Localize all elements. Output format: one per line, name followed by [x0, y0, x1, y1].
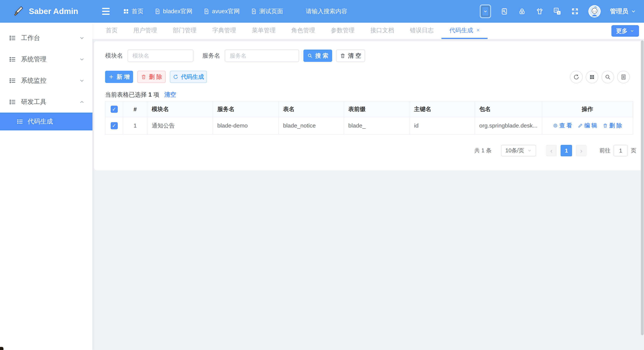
- row-checkbox[interactable]: ✓: [111, 122, 118, 129]
- grid-icon[interactable]: [586, 71, 598, 83]
- topnav-label: avuex官网: [212, 7, 240, 15]
- tab-api-docs[interactable]: 接口文档: [362, 23, 402, 39]
- content-card: 模块名 服务名 搜 索 清 空: [94, 41, 643, 170]
- document-icon: [251, 9, 256, 14]
- topnav-item-home[interactable]: 首页: [123, 7, 144, 15]
- tab-param-management[interactable]: 参数管理: [323, 23, 362, 39]
- search-button[interactable]: 搜 索: [304, 50, 332, 62]
- topnav-item-test[interactable]: 测试页面: [251, 7, 283, 15]
- filter-form: 模块名 服务名 搜 索 清 空: [105, 50, 365, 62]
- table-row[interactable]: ✓ 1 通知公告 blade-demo blade_notice blade_ …: [105, 117, 633, 134]
- page-size-select[interactable]: 10条/页: [501, 145, 536, 156]
- code-generate-button[interactable]: 代码生成: [170, 71, 207, 83]
- column-header-pk: 主键名: [410, 101, 475, 117]
- add-button[interactable]: 新 增: [105, 71, 133, 83]
- sidebar-item-label: 研发工具: [21, 98, 79, 106]
- tab-user-management[interactable]: 用户管理: [126, 23, 165, 39]
- lock-icon[interactable]: [518, 7, 526, 16]
- delete-button[interactable]: 删 除: [137, 71, 166, 83]
- edit-link[interactable]: 编 辑: [578, 122, 597, 129]
- debug-tool-icon[interactable]: [500, 7, 508, 16]
- chevron-down-icon: [79, 78, 85, 84]
- prev-page-button[interactable]: ‹: [546, 145, 557, 156]
- view-link[interactable]: 查 看: [553, 122, 572, 129]
- column-header-index: #: [123, 101, 147, 117]
- fullscreen-icon[interactable]: [571, 7, 579, 16]
- tab-dict-management[interactable]: 字典管理: [204, 23, 244, 39]
- module-name-input[interactable]: [128, 50, 194, 62]
- chevron-down-icon: [630, 9, 636, 14]
- scrollbar[interactable]: [641, 40, 644, 335]
- app-logo[interactable]: Saber Admin: [0, 0, 92, 23]
- chevron-down-icon: [79, 57, 85, 62]
- service-name-input[interactable]: [225, 50, 299, 62]
- close-icon[interactable]: ×: [476, 27, 480, 33]
- trash-icon: [603, 123, 608, 128]
- global-search-input[interactable]: 请输入搜索内容: [306, 7, 347, 15]
- topnav-label: 首页: [132, 7, 144, 15]
- tab-dept-management[interactable]: 部门管理: [165, 23, 204, 39]
- cell-package: org.springblade.desk...: [475, 117, 542, 134]
- app-header: Saber Admin 首页 bladex官网: [0, 0, 644, 23]
- list-icon: [17, 118, 24, 125]
- sword-logo-icon: [14, 6, 25, 17]
- chevron-down-icon: [527, 148, 532, 153]
- theme-shirt-icon[interactable]: [536, 7, 544, 16]
- document-icon: [154, 9, 160, 14]
- data-table: ✓ # 模块名 服务名 表名 表前缀 主键名 包名 操作 ✓ 1 通知公告 bl…: [105, 101, 633, 134]
- next-page-button[interactable]: ›: [576, 145, 587, 156]
- document-icon[interactable]: [617, 71, 630, 83]
- user-menu[interactable]: 管理员: [610, 7, 636, 16]
- trash-icon: [141, 74, 146, 80]
- sidebar-item-workbench[interactable]: 工作台: [0, 27, 92, 49]
- topnav-item-bladex[interactable]: bladex官网: [154, 7, 192, 15]
- chevron-right-icon: ›: [580, 147, 582, 154]
- table-toolbar: 新 增 删 除 代码生成: [105, 71, 207, 83]
- translate-icon[interactable]: 中 A: [553, 7, 562, 16]
- current-page-button[interactable]: 1: [560, 145, 572, 156]
- more-tabs-button[interactable]: 更多: [612, 25, 639, 37]
- select-all-checkbox[interactable]: ✓: [111, 106, 118, 113]
- sidebar-subitem-label: 代码生成: [28, 117, 53, 126]
- cell-index: 1: [123, 117, 147, 134]
- sidebar-item-code-generation[interactable]: 代码生成: [0, 113, 92, 130]
- chevron-down-icon: [79, 35, 85, 41]
- selection-info: 当前表格已选择 1 项 清空: [105, 91, 176, 99]
- list-icon: [9, 77, 16, 84]
- menu-collapse-icon[interactable]: [102, 8, 110, 15]
- cell-service: blade-demo: [213, 117, 279, 134]
- search-icon[interactable]: [602, 71, 614, 83]
- column-header-package: 包名: [475, 101, 542, 117]
- delete-link[interactable]: 删 除: [603, 122, 622, 129]
- column-header-module: 模块名: [147, 101, 213, 117]
- tab-code-generation[interactable]: 代码生成 ×: [442, 23, 488, 39]
- total-count-label: 共 1 条: [474, 147, 492, 154]
- username-label: 管理员: [610, 7, 628, 16]
- plus-icon: [108, 74, 114, 80]
- module-name-label: 模块名: [105, 52, 123, 60]
- refresh-icon: [173, 74, 178, 80]
- tab-menu-management[interactable]: 菜单管理: [244, 23, 284, 39]
- dropdown-box-icon[interactable]: [480, 5, 491, 18]
- grid-icon: [123, 9, 129, 14]
- tabbar: 首页 用户管理 部门管理 字典管理 菜单管理 角色管理 参数管理 接口文档 错误…: [92, 23, 644, 39]
- tab-error-log[interactable]: 错误日志: [402, 23, 442, 39]
- topnav-item-avuex[interactable]: avuex官网: [204, 7, 240, 15]
- column-header-prefix: 表前缀: [344, 101, 410, 117]
- app-title: Saber Admin: [29, 7, 78, 16]
- clear-selection-link[interactable]: 清空: [164, 91, 176, 99]
- tab-role-management[interactable]: 角色管理: [284, 23, 323, 39]
- sidebar-item-system-management[interactable]: 系统管理: [0, 49, 92, 70]
- list-icon: [9, 56, 16, 63]
- avatar[interactable]: [588, 5, 601, 18]
- sidebar-item-dev-tools[interactable]: 研发工具: [0, 91, 92, 113]
- pagination: 共 1 条 10条/页 ‹ 1 › 前往 页: [474, 145, 636, 156]
- sidebar-item-label: 系统监控: [21, 76, 79, 85]
- goto-page-input[interactable]: [614, 145, 628, 156]
- chevron-down-icon: [630, 29, 634, 33]
- clear-filters-button[interactable]: 清 空: [336, 50, 365, 62]
- sidebar-item-system-monitor[interactable]: 系统监控: [0, 70, 92, 91]
- page-unit-label: 页: [631, 147, 636, 154]
- refresh-icon[interactable]: [570, 71, 583, 83]
- tab-home[interactable]: 首页: [98, 23, 126, 39]
